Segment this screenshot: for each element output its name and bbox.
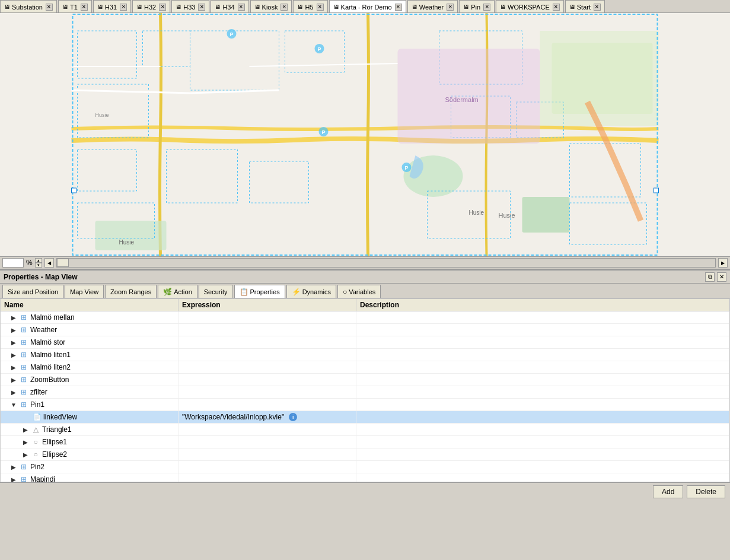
properties-table[interactable]: Name Expression Description ▶⊞Malmö mell… (0, 298, 730, 482)
svg-text:Husie: Husie (119, 239, 135, 246)
cell-name: ▶⊞Malmö liten2 (1, 361, 178, 373)
tree-toggle[interactable]: ▶ (22, 438, 29, 446)
table-row[interactable]: ▶○Ellipse2 (1, 448, 729, 461)
cell-expression: "Workspace/Videdal/Inlopp.kvie"i (178, 411, 356, 423)
table-row[interactable]: ▶⊞Malmö liten2 (1, 361, 729, 374)
cell-description (356, 399, 729, 411)
prop-tab-action[interactable]: 🌿Action (158, 285, 197, 298)
tree-toggle[interactable]: ▶ (22, 451, 29, 458)
tab-close-workspace[interactable]: ✕ (553, 4, 560, 11)
tab-close-pin[interactable]: ✕ (483, 4, 490, 11)
tree-toggle[interactable]: ▶ (10, 339, 17, 346)
tree-toggle[interactable]: ▶ (10, 389, 17, 396)
table-row[interactable]: ▶⊞ZoomButton (1, 374, 729, 386)
tree-toggle[interactable]: ▶ (10, 376, 17, 383)
prop-tab-dynamics[interactable]: ⚡Dynamics (286, 285, 336, 298)
prop-tab-mapview[interactable]: Map View (65, 285, 104, 298)
tab-icon-h32: 🖥 (136, 4, 142, 10)
svg-text:P: P (230, 31, 234, 37)
add-button[interactable]: Add (653, 485, 683, 498)
cell-name: ▼⊞Pin1 (1, 399, 178, 411)
prop-close-btn[interactable]: ✕ (717, 272, 726, 282)
tab-t1[interactable]: 🖥T1✕ (58, 0, 92, 13)
tab-h33[interactable]: 🖥H33✕ (171, 0, 209, 13)
tab-close-h32[interactable]: ✕ (159, 4, 166, 11)
tree-toggle[interactable]: ▶ (10, 364, 17, 371)
tree-toggle[interactable]: ▶ (10, 326, 17, 333)
tree-toggle[interactable]: ▶ (22, 426, 29, 433)
properties-title-bar: Properties - Map View ⧉ ✕ (0, 271, 730, 284)
tab-h34[interactable]: 🖥H34✕ (211, 0, 248, 13)
prop-undock-btn[interactable]: ⧉ (705, 272, 715, 282)
scroll-right-arrow[interactable]: ▶ (718, 258, 728, 268)
table-row[interactable]: ▶⊞Pin2 (1, 461, 729, 473)
tab-close-start[interactable]: ✕ (594, 4, 601, 11)
tab-label-substation: Substation (12, 4, 43, 11)
cell-description (356, 461, 729, 473)
table-row[interactable]: ▶⊞Weather (1, 324, 729, 336)
zoom-up-btn[interactable]: ▲ (35, 258, 42, 263)
tab-close-h33[interactable]: ✕ (198, 4, 205, 11)
tree-toggle[interactable]: ▶ (10, 476, 17, 482)
tab-pin[interactable]: 🖥Pin✕ (459, 0, 495, 13)
cell-description (356, 411, 729, 423)
table-row[interactable]: ▶○Ellipse1 (1, 436, 729, 448)
delete-button[interactable]: Delete (687, 485, 725, 498)
prop-tab-security[interactable]: Security (199, 285, 233, 298)
tree-toggle[interactable]: ▶ (10, 351, 17, 358)
tab-close-t1[interactable]: ✕ (81, 4, 88, 11)
tab-close-h34[interactable]: ✕ (238, 4, 245, 11)
cell-description (356, 448, 729, 460)
prop-tab-variables[interactable]: ○Variables (337, 285, 381, 298)
tab-substation[interactable]: 🖥Substation✕ (0, 0, 57, 13)
table-row[interactable]: ▼⊞Pin1 (1, 399, 729, 411)
tree-toggle[interactable]: ▶ (10, 314, 17, 321)
tab-label-kiosk: Kiosk (262, 4, 278, 11)
tab-h31[interactable]: 🖥H31✕ (93, 0, 131, 13)
cell-expression (178, 461, 356, 473)
tab-kiosk[interactable]: 🖥Kiosk✕ (250, 0, 292, 13)
scroll-left-arrow[interactable]: ◀ (44, 258, 54, 268)
cell-expression (178, 374, 356, 386)
tab-label-start: Start (577, 4, 591, 11)
svg-rect-29 (654, 188, 659, 193)
table-row[interactable]: ▶⊞Mapindi (1, 473, 729, 482)
tab-close-substation[interactable]: ✕ (46, 4, 53, 11)
prop-tab-label-security: Security (204, 288, 228, 295)
prop-tab-size[interactable]: Size and Position (2, 285, 63, 298)
scroll-bar-horizontal[interactable] (56, 258, 716, 268)
tab-h5[interactable]: 🖥H5✕ (293, 0, 327, 13)
prop-tab-properties[interactable]: 📋Properties (234, 285, 285, 298)
table-row[interactable]: ▶⊞zfilter (1, 386, 729, 399)
tab-close-weather[interactable]: ✕ (447, 4, 454, 11)
zoom-input[interactable]: 60 (2, 258, 24, 268)
zoom-spinner: ▲ ▼ (35, 258, 42, 268)
zoom-unit: % (26, 259, 33, 267)
cell-description (356, 374, 729, 386)
zoom-down-btn[interactable]: ▼ (35, 263, 42, 268)
tree-toggle[interactable]: ▼ (10, 401, 17, 408)
tab-close-h31[interactable]: ✕ (120, 4, 127, 11)
tab-close-h5[interactable]: ✕ (317, 4, 324, 11)
cell-name: ▶⊞Malmö mellan (1, 311, 178, 323)
tab-start[interactable]: 🖥Start✕ (565, 0, 605, 13)
tree-toggle[interactable]: ▶ (10, 463, 17, 470)
table-row[interactable]: ▶⊞Malmö liten1 (1, 349, 729, 361)
row-name-label: Malmö stor (30, 338, 65, 346)
table-row[interactable]: ▶△Triangle1 (1, 424, 729, 436)
cell-expression (178, 436, 356, 448)
tab-workspace[interactable]: 🖥WORKSPACE✕ (496, 0, 564, 13)
cell-description (356, 311, 729, 323)
prop-tab-zoom[interactable]: Zoom Ranges (105, 285, 157, 298)
tab-karta[interactable]: 🖥Karta - Rör Demo✕ (329, 0, 406, 13)
tab-label-t1: T1 (70, 4, 78, 11)
tab-close-kiosk[interactable]: ✕ (280, 4, 288, 11)
tab-icon-workspace: 🖥 (500, 4, 506, 10)
tab-h32[interactable]: 🖥H32✕ (132, 0, 170, 13)
table-row[interactable]: ▶⊞Malmö stor (1, 336, 729, 349)
tab-weather[interactable]: 🖥Weather✕ (407, 0, 458, 13)
table-row[interactable]: ▶⊞Malmö mellan (1, 311, 729, 324)
svg-text:P: P (318, 46, 321, 52)
table-row[interactable]: 📄linkedView "Workspace/Videdal/Inlopp.kv… (1, 411, 729, 424)
tab-close-karta[interactable]: ✕ (395, 4, 402, 11)
